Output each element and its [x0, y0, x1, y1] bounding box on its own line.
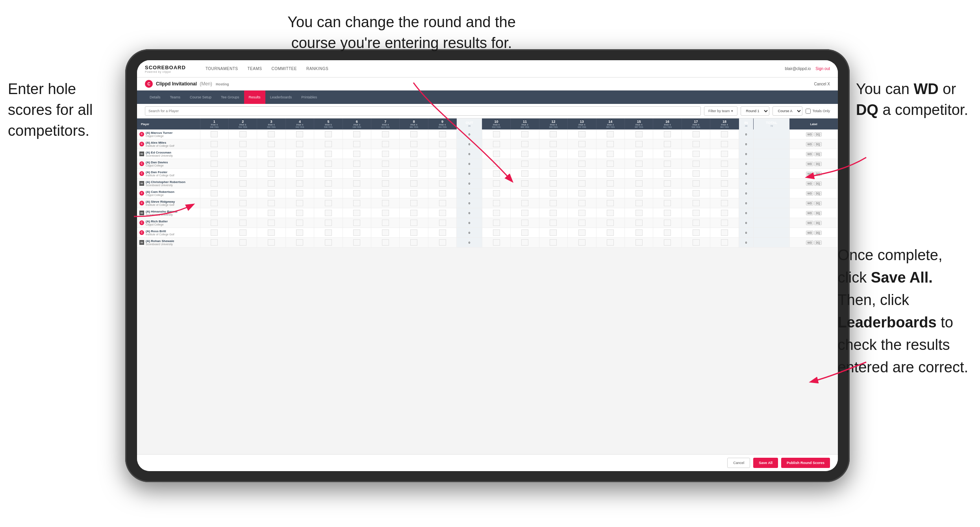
hole-2-input-row-8[interactable] — [228, 208, 257, 218]
score-input-hole-4[interactable] — [296, 200, 303, 206]
hole-13-input-row-6[interactable] — [568, 189, 596, 198]
hole-15-input-row-4[interactable] — [624, 169, 653, 179]
wd-button[interactable]: WD — [806, 211, 814, 215]
hole-15-input-row-6[interactable] — [624, 189, 653, 198]
score-input-hole-11[interactable] — [521, 151, 528, 157]
hole-7-input-row-0[interactable] — [371, 129, 400, 139]
hole-10-input-row-9[interactable] — [482, 218, 510, 228]
hole-11-input-row-3[interactable] — [511, 159, 539, 169]
score-input-hole-14[interactable] — [607, 170, 614, 177]
hole-8-input-row-8[interactable] — [400, 208, 428, 218]
hole-6-input-row-6[interactable] — [343, 189, 371, 198]
hole-13-input-row-0[interactable] — [568, 129, 596, 139]
wd-button[interactable]: WD — [806, 231, 814, 235]
hole-17-input-row-7[interactable] — [682, 198, 710, 208]
score-input-hole-8[interactable] — [410, 161, 417, 167]
score-input-hole-14[interactable] — [607, 141, 614, 147]
score-input-hole-16[interactable] — [664, 180, 671, 187]
hole-9-input-row-10[interactable] — [428, 228, 456, 238]
score-input-hole-11[interactable] — [521, 170, 528, 177]
score-input-hole-16[interactable] — [664, 151, 671, 157]
score-input-hole-3[interactable] — [268, 151, 275, 157]
score-input-hole-14[interactable] — [607, 200, 614, 206]
hole-11-input-row-4[interactable] — [511, 169, 539, 179]
score-input-hole-3[interactable] — [268, 239, 275, 246]
score-input-hole-9[interactable] — [439, 210, 446, 216]
score-input-hole-7[interactable] — [382, 220, 389, 226]
score-input-hole-15[interactable] — [635, 190, 643, 196]
score-input-hole-10[interactable] — [493, 170, 500, 177]
score-input-hole-5[interactable] — [325, 161, 332, 167]
score-input-hole-15[interactable] — [635, 200, 643, 206]
score-input-hole-18[interactable] — [721, 170, 728, 177]
tab-course-setup[interactable]: Course Setup — [185, 91, 216, 104]
wd-button[interactable]: WD — [806, 152, 814, 156]
score-input-hole-18[interactable] — [721, 239, 728, 246]
hole-13-input-row-9[interactable] — [568, 218, 596, 228]
hole-18-input-row-0[interactable] — [710, 129, 739, 139]
score-input-hole-11[interactable] — [521, 141, 528, 147]
score-input-hole-1[interactable] — [211, 229, 218, 236]
hole-10-input-row-4[interactable] — [482, 169, 510, 179]
score-input-hole-13[interactable] — [578, 151, 585, 157]
score-input-hole-17[interactable] — [693, 200, 700, 206]
score-input-hole-10[interactable] — [493, 141, 500, 147]
score-input-hole-14[interactable] — [607, 180, 614, 187]
score-input-hole-5[interactable] — [325, 190, 332, 196]
hole-9-input-row-8[interactable] — [428, 208, 456, 218]
hole-9-input-row-0[interactable] — [428, 129, 456, 139]
hole-1-input-row-0[interactable] — [200, 129, 228, 139]
hole-7-input-row-11[interactable] — [371, 238, 400, 248]
score-input-hole-15[interactable] — [635, 210, 643, 216]
hole-6-input-row-9[interactable] — [343, 218, 371, 228]
score-input-hole-6[interactable] — [353, 229, 360, 236]
score-input-hole-16[interactable] — [664, 239, 671, 246]
hole-14-input-row-8[interactable] — [596, 208, 624, 218]
hole-1-input-row-11[interactable] — [200, 238, 228, 248]
score-input-hole-2[interactable] — [239, 220, 246, 226]
score-input-hole-18[interactable] — [721, 131, 728, 137]
dq-button[interactable]: DQ — [814, 132, 822, 137]
hole-10-input-row-2[interactable] — [482, 149, 510, 159]
score-input-hole-4[interactable] — [296, 180, 303, 187]
score-input-hole-1[interactable] — [211, 161, 218, 167]
score-input-hole-18[interactable] — [721, 180, 728, 187]
score-input-hole-8[interactable] — [410, 141, 417, 147]
hole-4-input-row-6[interactable] — [285, 189, 314, 198]
score-input-hole-4[interactable] — [296, 170, 303, 177]
hole-4-input-row-2[interactable] — [285, 149, 314, 159]
score-input-hole-13[interactable] — [578, 170, 585, 177]
tab-printables[interactable]: Printables — [296, 91, 322, 104]
hole-12-input-row-9[interactable] — [539, 218, 567, 228]
score-input-hole-12[interactable] — [550, 180, 557, 187]
score-input-hole-10[interactable] — [493, 131, 500, 137]
hole-11-input-row-6[interactable] — [511, 189, 539, 198]
hole-3-input-row-4[interactable] — [257, 169, 285, 179]
hole-3-input-row-5[interactable] — [257, 179, 285, 189]
score-input-hole-14[interactable] — [607, 190, 614, 196]
score-input-hole-5[interactable] — [325, 229, 332, 236]
hole-6-input-row-0[interactable] — [343, 129, 371, 139]
hole-4-input-row-9[interactable] — [285, 218, 314, 228]
hole-14-input-row-1[interactable] — [596, 139, 624, 149]
hole-9-input-row-11[interactable] — [428, 238, 456, 248]
hole-10-input-row-0[interactable] — [482, 129, 510, 139]
score-input-hole-5[interactable] — [325, 180, 332, 187]
score-input-hole-7[interactable] — [382, 190, 389, 196]
hole-14-input-row-6[interactable] — [596, 189, 624, 198]
score-input-hole-17[interactable] — [693, 141, 700, 147]
hole-4-input-row-7[interactable] — [285, 198, 314, 208]
hole-13-input-row-10[interactable] — [568, 228, 596, 238]
hole-6-input-row-1[interactable] — [343, 139, 371, 149]
score-input-hole-17[interactable] — [693, 161, 700, 167]
score-input-hole-16[interactable] — [664, 210, 671, 216]
hole-16-input-row-3[interactable] — [653, 159, 682, 169]
hole-5-input-row-7[interactable] — [314, 198, 343, 208]
score-input-hole-4[interactable] — [296, 210, 303, 216]
hole-16-input-row-2[interactable] — [653, 149, 682, 159]
dq-button[interactable]: DQ — [814, 152, 822, 156]
score-input-hole-6[interactable] — [353, 170, 360, 177]
hole-18-input-row-2[interactable] — [710, 149, 739, 159]
score-input-hole-2[interactable] — [239, 151, 246, 157]
score-input-hole-4[interactable] — [296, 190, 303, 196]
